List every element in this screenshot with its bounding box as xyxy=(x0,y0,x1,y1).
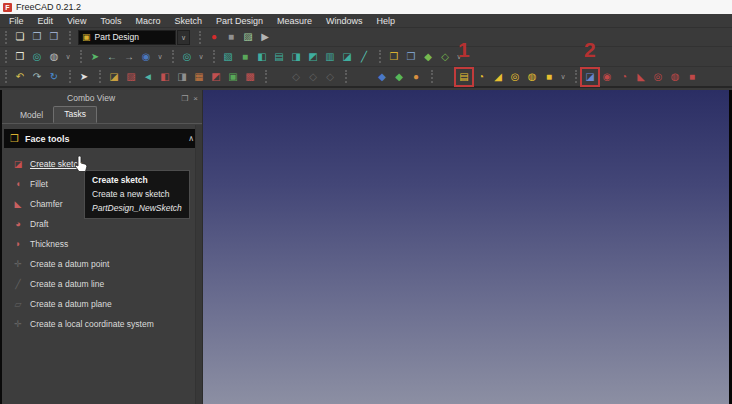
macro-record-icon[interactable]: ● xyxy=(207,30,221,44)
task-create-a-local-coordinate-system[interactable]: ✛Create a local coordinate system xyxy=(2,314,202,334)
create-body-icon[interactable]: ❒ xyxy=(387,50,401,64)
additive-helix-icon[interactable]: ◍ xyxy=(525,70,539,84)
toolbar-handle[interactable] xyxy=(5,31,9,44)
toolbar-handle[interactable] xyxy=(69,70,73,83)
nav-back-icon[interactable]: ← xyxy=(105,50,119,64)
leave-sketch-icon[interactable]: ◄ xyxy=(141,70,155,84)
validate-sketch-icon[interactable]: ▣ xyxy=(226,70,240,84)
menu-help[interactable]: Help xyxy=(370,14,403,28)
menu-view[interactable]: View xyxy=(60,14,93,28)
dropdown-icon[interactable]: ∨ xyxy=(197,50,205,64)
pad-icon[interactable]: ▤ xyxy=(457,70,471,84)
sub-shapebinder-icon[interactable]: ◆ xyxy=(392,70,406,84)
view-rear-icon[interactable]: ◩ xyxy=(306,50,320,64)
additive-pipe-icon[interactable]: ◎ xyxy=(508,70,522,84)
task-create-a-datum-point[interactable]: ✛Create a datum point xyxy=(2,254,202,274)
toolbar-handle[interactable] xyxy=(69,31,73,44)
pocket-icon[interactable]: ◪ xyxy=(583,70,597,84)
disabled-tool-icon[interactable]: ◇ xyxy=(289,70,303,84)
view-bottom-icon[interactable]: ▥ xyxy=(323,50,337,64)
view-sketch-icon[interactable]: ◧ xyxy=(158,70,172,84)
close-panel-icon[interactable]: × xyxy=(193,94,198,103)
tab-tasks[interactable]: Tasks xyxy=(53,106,97,123)
subtractive-loft-icon[interactable]: ◣ xyxy=(634,70,648,84)
view-front-icon[interactable]: ◧ xyxy=(255,50,269,64)
view-right-icon[interactable]: ◨ xyxy=(289,50,303,64)
save-document-icon[interactable]: ❒ xyxy=(47,30,61,44)
dropdown-icon[interactable]: ∨ xyxy=(156,50,164,64)
shapebinder-icon[interactable]: ◆ xyxy=(375,70,389,84)
dropdown-icon[interactable]: ∨ xyxy=(64,50,72,64)
toolbar-handle[interactable] xyxy=(431,70,435,83)
workbench-selector[interactable]: ▣ Part Design xyxy=(78,30,176,45)
panel-scrollbar[interactable] xyxy=(195,125,202,404)
zoom-magnifier-icon[interactable]: ◎ xyxy=(180,50,194,64)
view-left-icon[interactable]: ◪ xyxy=(340,50,354,64)
menu-windows[interactable]: Windows xyxy=(319,14,370,28)
map-sketch-icon[interactable]: ▦ xyxy=(192,70,206,84)
view-isometric-icon[interactable]: ▧ xyxy=(221,50,235,64)
toolbar-handle[interactable] xyxy=(99,70,103,83)
toolbar-handle[interactable] xyxy=(265,70,269,83)
redo-icon[interactable]: ↷ xyxy=(30,70,44,84)
tab-model[interactable]: Model xyxy=(10,108,53,123)
zoom-box-icon[interactable]: ◎ xyxy=(30,50,44,64)
toolbar-handle[interactable] xyxy=(213,50,217,63)
view-section-icon[interactable]: ◨ xyxy=(175,70,189,84)
menu-edit[interactable]: Edit xyxy=(31,14,61,28)
select-arrow-icon[interactable]: ➤ xyxy=(88,50,102,64)
toolbar-handle[interactable] xyxy=(5,50,9,63)
menu-part-design[interactable]: Part Design xyxy=(209,14,270,28)
nav-forward-icon[interactable]: → xyxy=(122,50,136,64)
task-create-a-datum-line[interactable]: ╱Create a datum line xyxy=(2,274,202,294)
3d-viewport[interactable] xyxy=(203,90,732,404)
toolbar-handle[interactable] xyxy=(379,50,383,63)
refresh-icon[interactable]: ↻ xyxy=(47,70,61,84)
menu-macro[interactable]: Macro xyxy=(128,14,167,28)
edit-sketch-icon[interactable]: ▨ xyxy=(124,70,138,84)
clone-icon[interactable]: ● xyxy=(409,70,423,84)
toolbar-handle[interactable] xyxy=(5,70,9,83)
hole-icon[interactable]: ◉ xyxy=(600,70,614,84)
menu-file[interactable]: File xyxy=(2,14,31,28)
measure-distance-icon[interactable]: ╱ xyxy=(357,50,371,64)
menu-sketch[interactable]: Sketch xyxy=(167,14,209,28)
subtractive-helix-icon[interactable]: ◍ xyxy=(668,70,682,84)
toolbar-handle[interactable] xyxy=(575,70,579,83)
disabled-tool-icon[interactable]: ◇ xyxy=(306,70,320,84)
macro-edit-icon[interactable]: ▨ xyxy=(241,30,255,44)
toolbar-handle[interactable] xyxy=(199,31,203,44)
face-tools-section[interactable]: ❒ Face tools ∧ xyxy=(4,129,200,148)
disabled-tool-icon[interactable]: ◇ xyxy=(323,70,337,84)
task-create-a-datum-plane[interactable]: ▱Create a datum plane xyxy=(2,294,202,314)
menu-tools[interactable]: Tools xyxy=(93,14,128,28)
make-link-icon[interactable]: ◆ xyxy=(421,50,435,64)
task-thickness[interactable]: ◗Thickness xyxy=(2,234,202,254)
draw-style-icon[interactable]: ◍ xyxy=(47,50,61,64)
macro-play-icon[interactable]: ▶ xyxy=(258,30,272,44)
merge-sketches-icon[interactable]: ▩ xyxy=(243,70,257,84)
float-panel-icon[interactable]: ❒ xyxy=(181,94,188,103)
make-sub-link-icon[interactable]: ◇ xyxy=(438,50,452,64)
toolbar-handle[interactable] xyxy=(80,50,84,63)
undo-icon[interactable]: ↶ xyxy=(13,70,27,84)
subtractive-pipe-icon[interactable]: ◎ xyxy=(651,70,665,84)
create-group-icon[interactable]: ❐ xyxy=(404,50,418,64)
new-document-icon[interactable]: ❏ xyxy=(13,30,27,44)
dropdown-icon[interactable]: ∨ xyxy=(559,70,567,84)
select-pointer-icon[interactable]: ➤ xyxy=(77,70,91,84)
additive-primitive-icon[interactable]: ■ xyxy=(542,70,556,84)
open-document-icon[interactable]: ❐ xyxy=(30,30,44,44)
reorient-sketch-icon[interactable]: ◩ xyxy=(209,70,223,84)
macro-stop-icon[interactable]: ■ xyxy=(224,30,238,44)
groove-icon[interactable]: ◔ xyxy=(617,70,631,84)
create-sketch-icon[interactable]: ◪ xyxy=(107,70,121,84)
view-axonometric-icon[interactable]: ■ xyxy=(238,50,252,64)
subtractive-primitive-icon[interactable]: ■ xyxy=(685,70,699,84)
toolbar-handle[interactable] xyxy=(345,70,349,83)
additive-loft-icon[interactable]: ◢ xyxy=(491,70,505,84)
view-top-icon[interactable]: ▤ xyxy=(272,50,286,64)
toolbar-handle[interactable] xyxy=(172,50,176,63)
view-fit-all-icon[interactable]: ❒ xyxy=(13,50,27,64)
revolution-icon[interactable]: ◔ xyxy=(474,70,488,84)
